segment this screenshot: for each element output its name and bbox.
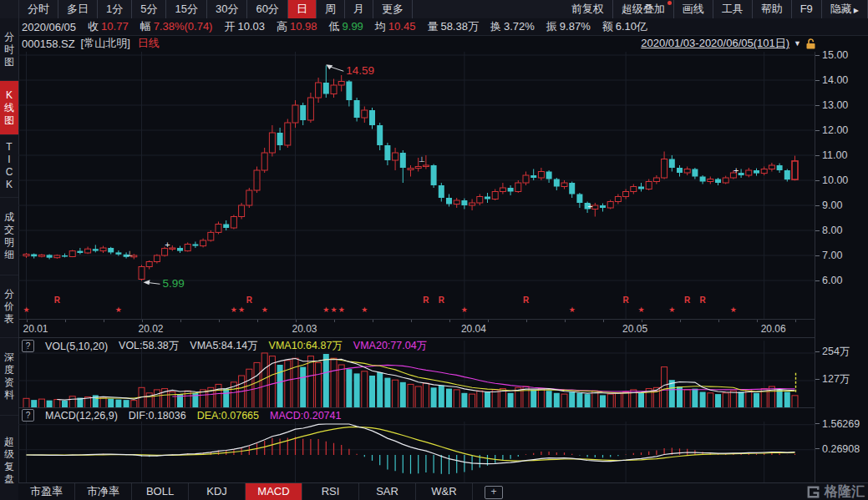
vol-indicator-title: VOL(5,10,20)	[45, 341, 108, 352]
menu-corner	[0, 0, 19, 18]
menu-item-multi-day[interactable]: 多日	[58, 0, 98, 18]
stock-name: [常山北明]	[81, 36, 130, 51]
tab-wr[interactable]: W&R	[416, 483, 473, 500]
notification-dot	[667, 1, 672, 5]
menu-item-15min[interactable]: 15分	[166, 0, 206, 18]
menu-item-30min[interactable]: 30分	[207, 0, 247, 18]
quote-amplitude-value: 9.87%	[560, 20, 591, 33]
dea-value: DEA:0.07665	[197, 410, 259, 422]
x-axis: 20.0120.0220.0320.0420.0520.06	[18, 319, 815, 338]
sidebar-item-kline-chart[interactable]: K 线 图	[0, 81, 18, 135]
tab-kdj[interactable]: KDJ	[189, 483, 246, 500]
macd-panel[interactable]: ? MACD(12,26,9) DIF:0.18036 DEA:0.07665 …	[18, 407, 815, 483]
menu-item-tools[interactable]: 工具	[713, 0, 753, 18]
vma5-value: VMA5:84.14万	[190, 339, 257, 353]
x-minor-tick	[642, 320, 642, 322]
volume-header: ? VOL(5,10,20) VOL:58.38万 VMA5:84.14万 VM…	[22, 339, 427, 353]
quote-close-label: 收	[88, 20, 99, 33]
price-tick: 15.00	[815, 48, 848, 62]
tab-boll[interactable]: BOLL	[132, 483, 189, 500]
menu-item-daily[interactable]: 日	[288, 0, 317, 18]
svg-text:★: ★	[115, 306, 122, 314]
svg-text:R: R	[246, 295, 253, 305]
quote-close-value: 10.77	[101, 20, 129, 33]
stock-app: 分时多日1分5分15分30分60分日周月更多 前复权超级叠加画线工具帮助F9隐藏…	[0, 0, 868, 500]
quote-amount-value: 6.10亿	[616, 20, 647, 33]
menu-item-help[interactable]: 帮助	[753, 0, 792, 18]
x-minor-tick	[180, 320, 181, 322]
quote-change-value: 7.38%(0.74)	[154, 20, 213, 33]
vma10-value: VMA10:64.87万	[269, 339, 343, 353]
tab-sar[interactable]: SAR	[359, 483, 416, 500]
svg-text:★: ★	[637, 306, 644, 314]
quote-bar: 2020/06/05 收10.77幅7.38%(0.74)开10.03高10.9…	[18, 18, 868, 36]
quote-high-value: 10.98	[290, 20, 317, 33]
x-minor-tick	[680, 320, 681, 322]
menu-item-draw-line[interactable]: 画线	[674, 0, 713, 18]
menu-item-super-overlay[interactable]: 超级叠加	[613, 0, 674, 18]
tool-menu: 前复权超级叠加画线工具帮助F9隐藏▶	[563, 0, 868, 18]
sidebar-item-depth-info[interactable]: 深 度 资 料	[0, 338, 18, 416]
right-axis: 15.0014.0013.0012.0011.0010.009.008.007.…	[815, 52, 868, 482]
svg-text:★: ★	[231, 306, 237, 314]
quote-volume-label: 量	[427, 20, 438, 33]
macd-indicator-title: MACD(12,26,9)	[45, 410, 118, 422]
price-tick: 13.00	[815, 98, 848, 112]
chevron-down-icon[interactable]: ▼	[794, 39, 801, 48]
macd-value: MACD:0.20741	[270, 410, 341, 422]
menu-item-timeshare[interactable]: 分时	[19, 0, 58, 18]
x-minor-tick	[257, 320, 258, 322]
help-icon[interactable]: ?	[22, 409, 34, 422]
quote-close: 收10.77	[88, 20, 129, 33]
svg-text:★: ★	[461, 306, 468, 314]
tab-macd[interactable]: MACD	[246, 483, 302, 500]
volume-panel[interactable]: ? VOL(5,10,20) VOL:58.38万 VMA5:84.14万 VM…	[18, 337, 815, 408]
svg-text:★: ★	[322, 306, 329, 314]
svg-text:R: R	[699, 295, 706, 305]
tab-rsi[interactable]: RSI	[302, 483, 359, 500]
quote-low-label: 低	[329, 20, 340, 33]
add-indicator-button[interactable]: +	[485, 486, 503, 499]
indicator-tabs: 市盈率市净率BOLLKDJMACDRSISARW&R + 格隆汇	[18, 482, 868, 500]
menu-item-hide[interactable]: 隐藏▶	[822, 0, 868, 18]
svg-text:R: R	[523, 295, 530, 305]
stock-symbol: 000158.SZ	[22, 38, 75, 50]
menu-item-more[interactable]: 更多	[373, 0, 413, 18]
sidebar-item-trade-detail[interactable]: 成 交 明 细	[0, 198, 18, 275]
brand-logo: 格隆汇	[805, 483, 865, 500]
menu-item-forward-adjust[interactable]: 前复权	[563, 0, 613, 18]
tab-pb[interactable]: 市净率	[75, 483, 132, 500]
svg-text:★: ★	[668, 306, 675, 314]
help-icon[interactable]: ?	[22, 340, 34, 352]
gelonghui-logo-icon	[805, 484, 821, 500]
x-minor-tick	[795, 320, 796, 322]
x-axis-label: 20.04	[461, 323, 486, 335]
menu-item-1min[interactable]: 1分	[98, 0, 132, 18]
x-minor-tick	[104, 320, 104, 322]
date-range-link[interactable]: 2020/01/03-2020/06/05(101日)	[641, 36, 789, 51]
price-chart[interactable]: ★R★⊥+★★R★★★★★R⊥R★R★+R★★RR★+14.595.99	[18, 52, 815, 319]
sidebar-item-timeshare-chart[interactable]: 分 时 图	[0, 18, 18, 81]
svg-text:R: R	[423, 295, 429, 305]
svg-text:⊥: ⊥	[419, 155, 425, 164]
menu-item-60min[interactable]: 60分	[247, 0, 287, 18]
tab-pe[interactable]: 市盈率	[18, 483, 75, 500]
vma20-value: VMA20:77.04万	[353, 339, 427, 353]
svg-text:14.59: 14.59	[346, 64, 374, 77]
quote-open-label: 开	[224, 20, 235, 33]
menu-item-weekly[interactable]: 周	[317, 0, 345, 18]
sidebar-item-price-table[interactable]: 分 价 表	[0, 275, 18, 338]
sidebar-item-super-review[interactable]: 超 级 复 盘	[0, 416, 18, 500]
svg-text:★: ★	[238, 306, 245, 314]
quote-turnover-rate-value: 3.72%	[504, 20, 535, 33]
x-minor-tick	[488, 320, 489, 322]
sidebar-item-tick[interactable]: T I C K	[0, 135, 18, 198]
x-minor-tick	[334, 320, 335, 322]
menu-item-5min[interactable]: 5分	[132, 0, 166, 18]
menu-item-f9[interactable]: F9	[792, 0, 822, 18]
sidebar: 分 时 图K 线 图T I C K成 交 明 细分 价 表深 度 资 料超 级 …	[0, 18, 19, 500]
svg-text:★: ★	[338, 306, 345, 314]
menu-item-monthly[interactable]: 月	[345, 0, 373, 18]
x-minor-tick	[757, 320, 758, 322]
x-axis-label: 20.01	[23, 323, 48, 335]
